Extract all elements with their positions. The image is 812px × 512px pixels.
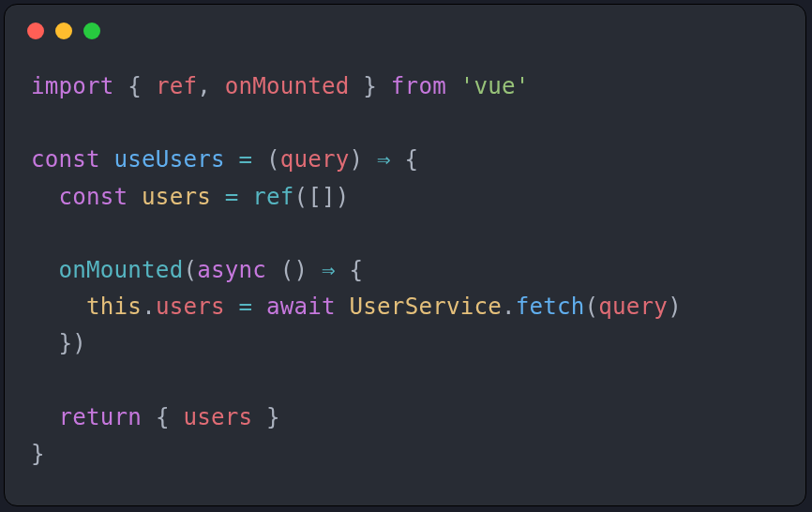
- token-punct: [31, 257, 59, 283]
- token-string: 'vue': [460, 73, 530, 99]
- code-line: }): [31, 325, 779, 362]
- code-line: import { ref, onMounted } from 'vue': [31, 68, 779, 105]
- minimize-icon[interactable]: [55, 23, 72, 39]
- token-punct: (: [585, 294, 599, 320]
- token-punct: ): [668, 294, 682, 320]
- token-func: onMounted: [59, 257, 184, 283]
- token-prop: users: [183, 404, 252, 430]
- token-op: =: [238, 146, 252, 173]
- token-keyword: return: [59, 404, 156, 430]
- token-punct: [225, 146, 239, 173]
- token-var: users: [142, 184, 211, 210]
- token-punct: {: [128, 73, 156, 99]
- token-punct: [225, 294, 239, 320]
- token-punct: [238, 184, 252, 210]
- token-punct: .: [142, 294, 156, 320]
- token-punct: {: [156, 404, 184, 430]
- token-punct: ([]): [294, 184, 350, 210]
- close-icon[interactable]: [27, 23, 44, 39]
- code-line: const users = ref([]): [31, 179, 779, 216]
- token-keyword: from: [377, 73, 460, 99]
- token-name: fetch: [516, 294, 585, 320]
- token-prop: query: [280, 146, 350, 173]
- token-punct: [31, 404, 59, 430]
- token-punct: [252, 294, 266, 320]
- token-punct: {: [336, 257, 364, 283]
- code-window: import { ref, onMounted } from 'vue' con…: [4, 4, 806, 506]
- code-line: onMounted(async () ⇒ {: [31, 252, 779, 289]
- token-keyword: import: [31, 73, 128, 99]
- token-prop: onMounted: [225, 73, 350, 99]
- token-keyword: const: [59, 184, 143, 210]
- token-var: UserService: [350, 294, 502, 320]
- token-punct: ,: [197, 73, 225, 99]
- code-line: this.users = await UserService.fetch(que…: [31, 289, 779, 325]
- token-op: =: [238, 294, 252, 320]
- window-titlebar: [5, 5, 805, 57]
- token-punct: [211, 184, 225, 210]
- token-prop: query: [598, 294, 668, 320]
- token-keyword: await: [266, 294, 350, 320]
- token-op: =: [225, 184, 239, 210]
- code-editor[interactable]: import { ref, onMounted } from 'vue' con…: [5, 57, 805, 484]
- token-arrow: ⇒: [322, 257, 336, 283]
- token-keyword: const: [31, 146, 114, 173]
- token-prop: users: [156, 294, 225, 320]
- token-func: ref: [252, 184, 293, 210]
- token-punct: }: [252, 404, 280, 430]
- token-punct: }: [31, 441, 45, 467]
- token-punct: }): [31, 330, 86, 356]
- token-arrow: ⇒: [377, 146, 391, 173]
- token-punct: (: [183, 257, 197, 283]
- code-line: [31, 105, 779, 142]
- token-punct: (): [266, 257, 322, 283]
- token-keyword: async: [197, 257, 266, 283]
- token-punct: (: [252, 146, 280, 173]
- token-this: this: [86, 294, 142, 320]
- token-punct: [31, 184, 59, 210]
- token-punct: [31, 294, 86, 320]
- zoom-icon[interactable]: [83, 23, 100, 39]
- token-punct: .: [502, 294, 516, 320]
- code-line: const useUsers = (query) ⇒ {: [31, 142, 779, 178]
- token-name: useUsers: [114, 146, 225, 173]
- code-line: }: [31, 436, 779, 473]
- token-punct: }: [350, 73, 378, 99]
- code-line: [31, 216, 779, 252]
- code-line: return { users }: [31, 399, 779, 436]
- token-punct: ): [350, 146, 378, 173]
- token-punct: {: [391, 146, 419, 173]
- code-line: [31, 363, 779, 399]
- token-prop: ref: [156, 73, 197, 99]
